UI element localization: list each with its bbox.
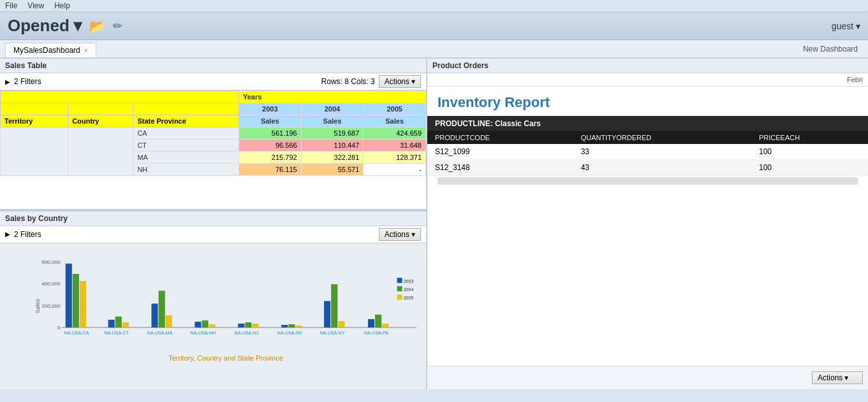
sales-crosstab: Years 2003 2004 2005 Territory Co [0, 90, 426, 176]
legend-2003-label: 2003 [404, 279, 414, 284]
state-header: State Province [133, 115, 239, 127]
svg-text:NA-USA-CA: NA-USA-CA [64, 331, 89, 336]
menu-help[interactable]: Help [54, 1, 70, 10]
bar-ma-2005 [166, 315, 172, 327]
chart-actions-button[interactable]: Actions ▾ [379, 228, 421, 241]
svg-text:NA-USA-MA: NA-USA-MA [147, 331, 173, 336]
col-priceeach: PRICEEACH [751, 131, 868, 144]
sales-table-actions-button[interactable]: Actions ▾ [379, 75, 421, 88]
tab-mysalesdashboard[interactable]: MySalesDashboard × [5, 43, 96, 57]
chart-filter-bar: ▶ 2 Filters Actions ▾ [0, 226, 426, 243]
svg-text:NA-USA-NH: NA-USA-NH [191, 331, 216, 336]
svg-text:NA-USA-NV: NA-USA-NV [277, 331, 302, 336]
product-orders-actions-button[interactable]: Actions ▾ [812, 371, 863, 384]
legend-2005-label: 2005 [404, 296, 414, 301]
product-line-header: PRODUCTLINE: Classic Cars [427, 116, 868, 131]
app-title[interactable]: Opened ▾ [8, 16, 82, 36]
bar-ct-2004 [115, 317, 122, 327]
bar-nh-2003 [195, 322, 201, 327]
right-panel: Product Orders Febri Inventory Report PR… [427, 59, 868, 389]
sales-table-wrapper: Years 2003 2004 2005 Territory Co [0, 90, 426, 209]
bar-nv-2005 [295, 326, 302, 327]
productcode-2: S12_3148 [427, 160, 573, 176]
bar-ca-2005 [80, 281, 86, 327]
legend-2004-box [397, 286, 402, 291]
product-orders-header: Product Orders [427, 59, 868, 73]
chart-actions-caret: ▾ [411, 230, 415, 239]
inv-row-2: S12_3148 43 100 [427, 160, 868, 176]
year-2004: 2004 [301, 103, 364, 115]
bar-pa-2005 [382, 324, 388, 327]
legend-2003-box [397, 278, 402, 283]
qty-1: 33 [573, 144, 751, 160]
price-1: 100 [751, 144, 868, 160]
bar-nh-2004 [202, 320, 209, 327]
tab-label: MySalesDashboard [13, 46, 80, 55]
sales-2005-header: Sales [364, 115, 426, 127]
svg-text:NA-USA-PA: NA-USA-PA [364, 331, 388, 336]
app-title-text: Opened [8, 16, 70, 36]
main-content: Sales Table ▶ 2 Filters Rows: 8 Cols: 3 … [0, 59, 868, 389]
app-title-caret: ▾ [73, 16, 82, 36]
bar-nh-2005 [209, 324, 216, 327]
svg-text:200,000: 200,000 [41, 303, 61, 309]
product-orders-scroll: Febri [427, 73, 868, 87]
sales-by-country-section: Sales by Country ▶ 2 Filters Actions ▾ [0, 210, 426, 389]
left-panel: Sales Table ▶ 2 Filters Rows: 8 Cols: 3 … [0, 59, 427, 389]
sales-by-country-header: Sales by Country [0, 210, 426, 226]
bar-pa-2003 [368, 319, 374, 327]
country-header: Country [68, 115, 133, 127]
product-orders-actions-caret: ▾ [844, 373, 848, 382]
menu-view[interactable]: View [27, 1, 44, 10]
legend-2005-box [397, 294, 402, 299]
years-header: Years [239, 91, 425, 103]
chart-actions-label: Actions [385, 230, 409, 239]
sales-table-filter-bar: ▶ 2 Filters Rows: 8 Cols: 3 Actions ▾ [0, 73, 426, 90]
open-icon[interactable]: 📂 [89, 18, 105, 34]
svg-text:NA-USA-CT: NA-USA-CT [104, 331, 129, 336]
chart-filter-toggle[interactable]: ▶ [5, 231, 10, 238]
legend-2004-label: 2004 [404, 287, 414, 292]
bar-nj-2005 [253, 324, 259, 327]
svg-text:400,000: 400,000 [41, 281, 61, 287]
svg-text:NA-USA-NY: NA-USA-NY [320, 331, 345, 336]
bar-ca-2004 [73, 274, 79, 327]
sales-table-actions-label: Actions [385, 77, 409, 86]
bar-pa-2004 [375, 315, 381, 327]
bar-ny-2005 [338, 321, 344, 327]
bar-ma-2004 [159, 291, 165, 327]
filter-label: 2 Filters [14, 77, 41, 86]
menu-file[interactable]: File [5, 1, 17, 10]
year-2005: 2005 [364, 103, 426, 115]
sales-table-section: Sales Table ▶ 2 Filters Rows: 8 Cols: 3 … [0, 59, 426, 210]
bar-ct-2005 [122, 322, 129, 327]
col-productcode: PRODUCTCODE [427, 131, 573, 144]
col-quantityordered: QUANTITYORDERED [573, 131, 751, 144]
sales-table-header: Sales Table [0, 59, 426, 73]
table-row: CA 561.196 519.687 424.659 [1, 127, 426, 140]
bar-nj-2003 [238, 324, 244, 327]
edit-icon[interactable]: ✏ [113, 19, 122, 33]
bar-chart-area: Sales 600,000 400,000 200,000 0 [0, 243, 426, 389]
territory-header: Territory [1, 115, 68, 127]
productcode-1: S12_1099 [427, 144, 573, 160]
bar-nv-2003 [281, 325, 288, 327]
title-bar: Opened ▾ 📂 ✏ guest ▾ [0, 12, 868, 40]
bar-nv-2004 [288, 324, 295, 327]
new-dashboard-label[interactable]: New Dashboard [798, 42, 863, 56]
bar-nj-2004 [245, 322, 251, 327]
bar-ny-2004 [331, 284, 337, 327]
horizontal-scrollbar[interactable] [438, 177, 858, 185]
filter-toggle[interactable]: ▶ [5, 78, 10, 85]
rows-cols-info: Rows: 8 Cols: 3 [321, 77, 375, 86]
inv-row-1: S12_1099 33 100 [427, 144, 868, 160]
price-2: 100 [751, 160, 868, 176]
tab-close[interactable]: × [84, 47, 88, 54]
svg-text:0: 0 [57, 325, 61, 331]
sales-2004-header: Sales [301, 115, 364, 127]
menu-bar: File View Help [0, 0, 868, 12]
actions-caret: ▾ [411, 77, 415, 86]
user-menu[interactable]: guest ▾ [832, 21, 860, 31]
svg-text:600,000: 600,000 [41, 259, 61, 265]
bar-ct-2003 [108, 320, 115, 327]
